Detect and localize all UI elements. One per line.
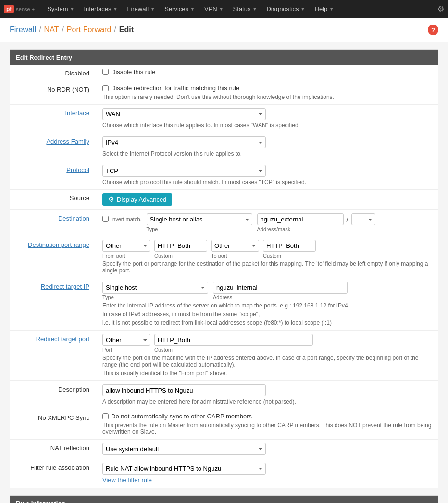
chevron-down-icon: ▼ (190, 7, 195, 12)
addr-mask-group: / 24 32 (257, 213, 375, 225)
label-filter-rule: Filter rule association (10, 459, 97, 488)
interface-link[interactable]: Interface (65, 110, 89, 117)
no-xmlrpc-checkbox[interactable] (102, 413, 109, 419)
rule-info-title: Rule Information (10, 496, 438, 503)
redirect-port-custom-input[interactable] (154, 334, 313, 346)
rule-info-panel: Rule Information Created 3/20/22 17:12:2… (10, 495, 438, 503)
redirect-target-ip-link[interactable]: Redirect target IP (41, 283, 89, 290)
nat-reflection-select[interactable]: Use system default Enable Disable (102, 443, 266, 455)
nav-help[interactable]: Help ▼ (310, 0, 339, 18)
field-nat-reflection: Use system default Enable Disable (97, 440, 438, 459)
interface-select[interactable]: WAN LAN (102, 108, 266, 120)
chevron-down-icon: ▼ (329, 7, 334, 12)
field-address-family: IPv4 IPv6 IPv4+IPv6 Select the Internet … (97, 133, 438, 161)
address-family-select[interactable]: IPv4 IPv6 IPv4+IPv6 (102, 136, 266, 148)
row-nat-reflection: NAT reflection Use system default Enable… (10, 440, 438, 459)
redirect-ip-help3: i.e. it is not possible to redirect from… (102, 319, 432, 326)
row-no-rdr: No RDR (NOT) Disable redirection for tra… (10, 81, 438, 105)
destination-type-select[interactable]: Single host or alias Network Any (147, 213, 252, 225)
nav-services[interactable]: Services ▼ (160, 0, 199, 18)
field-filter-rule: Rule NAT allow inbound HTTPS to Nguzu No… (97, 459, 438, 488)
dest-type-label: Type (147, 226, 252, 232)
no-xmlrpc-checkbox-label[interactable]: Do not automatically sync to other CARP … (102, 413, 432, 420)
field-redirect-target-ip: Single host Network Any Type Address Ent… (97, 278, 438, 331)
panel-title: Edit Redirect Entry (10, 50, 438, 65)
help-button[interactable]: ? (428, 25, 438, 35)
label-redirect-target-ip: Redirect target IP (10, 278, 97, 331)
redirect-port-type-select[interactable]: Other Any HTTP HTTPS (102, 334, 150, 346)
destination-link[interactable]: Destination (58, 215, 89, 222)
protocol-select[interactable]: TCP UDP TCP/UDP (102, 165, 266, 177)
nav-vpn[interactable]: VPN ▼ (199, 0, 228, 18)
interface-help: Choose which interface this rule applies… (102, 122, 432, 129)
from-port-custom-input[interactable] (154, 240, 207, 252)
field-disabled: Disable this rule (97, 65, 438, 81)
nav-system[interactable]: System ▼ (42, 0, 79, 18)
dest-port-range-link[interactable]: Destination port range (28, 241, 89, 248)
no-rdr-checkbox[interactable] (102, 85, 109, 91)
to-port-custom-input[interactable] (263, 240, 316, 252)
nav-diagnostics[interactable]: Diagnostics ▼ (261, 0, 310, 18)
label-destination: Destination (10, 210, 97, 236)
port-range-row: Other Any HTTP HTTPS From port Custom (102, 240, 432, 258)
field-no-rdr: Disable redirection for traffic matching… (97, 81, 438, 105)
description-input[interactable] (102, 384, 266, 396)
from-port-custom-label: Custom (154, 253, 207, 258)
row-disabled: Disabled Disable this rule (10, 65, 438, 81)
field-redirect-target-port: Other Any HTTP HTTPS Port Custom S (97, 331, 438, 381)
label-dest-port-range: Destination port range (10, 236, 97, 278)
brand-logo[interactable]: pf sense + (4, 5, 35, 13)
invert-match-checkbox[interactable] (102, 216, 109, 222)
from-port-type-select[interactable]: Other Any HTTP HTTPS (102, 240, 150, 252)
breadcrumb-firewall[interactable]: Firewall (10, 25, 36, 34)
breadcrumb: Firewall / NAT / Port Forward / Edit (10, 25, 134, 34)
redirect-ip-type-select[interactable]: Single host Network Any (102, 282, 208, 294)
protocol-link[interactable]: Protocol (66, 166, 89, 173)
breadcrumb-sep2: / (62, 25, 63, 34)
nav-interfaces[interactable]: Interfaces ▼ (79, 0, 122, 18)
label-no-xmlrpc: No XMLRPC Sync (10, 409, 97, 440)
breadcrumb-nat[interactable]: NAT (44, 25, 59, 34)
destination-mask-select[interactable]: 24 32 (351, 213, 375, 225)
nav-status[interactable]: Status ▼ (228, 0, 262, 18)
destination-address-input[interactable] (257, 213, 344, 225)
redirect-target-port-link[interactable]: Redirect target port (36, 335, 89, 343)
redirect-port-row: Other Any HTTP HTTPS Port Custom (102, 334, 432, 353)
address-family-help: Select the Internet Protocol version thi… (102, 150, 432, 157)
row-source: Source ⚙ Display Advanced (10, 190, 438, 210)
edit-redirect-panel: Edit Redirect Entry Disabled Disable thi… (10, 49, 438, 488)
disabled-checkbox[interactable] (102, 69, 109, 75)
to-port-type-select[interactable]: Other Any HTTP HTTPS (211, 240, 259, 252)
top-navigation: pf sense + System ▼ Interfaces ▼ Firewal… (0, 0, 448, 18)
gear-icon: ⚙ (108, 196, 114, 203)
field-protocol: TCP UDP TCP/UDP Choose which protocol th… (97, 161, 438, 190)
breadcrumb-portforward[interactable]: Port Forward (67, 25, 111, 34)
chevron-down-icon: ▼ (70, 7, 75, 12)
view-filter-link[interactable]: View the filter rule (102, 477, 152, 484)
field-dest-port-range: Other Any HTTP HTTPS From port Custom (97, 236, 438, 278)
invert-match-label[interactable]: Invert match. (102, 216, 142, 222)
from-port-type-label: From port (102, 253, 150, 258)
brand-plus: sense + (16, 6, 35, 12)
label-redirect-target-port: Redirect target port (10, 331, 97, 381)
display-advanced-button[interactable]: ⚙ Display Advanced (102, 193, 172, 206)
label-address-family: Address Family (10, 133, 97, 161)
redirect-ip-type-group: Single host Network Any Type (102, 282, 208, 300)
label-no-rdr: No RDR (NOT) (10, 81, 97, 105)
dest-port-help: Specify the port or port range for the d… (102, 260, 432, 274)
nav-right-icon[interactable]: ⚙ (437, 4, 444, 13)
filter-rule-select[interactable]: Rule NAT allow inbound HTTPS to Nguzu No… (102, 463, 266, 475)
nav-firewall[interactable]: Firewall ▼ (122, 0, 160, 18)
dest-invert-group: Invert match. (102, 213, 142, 222)
row-protocol: Protocol TCP UDP TCP/UDP Choose which pr… (10, 161, 438, 190)
to-port-type-group: Other Any HTTP HTTPS To port (211, 240, 259, 258)
disabled-checkbox-label[interactable]: Disable this rule (102, 68, 432, 75)
field-destination: Invert match. Single host or alias Netwo… (97, 210, 438, 236)
address-family-link[interactable]: Address Family (46, 138, 89, 145)
row-filter-rule: Filter rule association Rule NAT allow i… (10, 459, 438, 488)
redirect-ip-address-label: Address (213, 294, 348, 300)
redirect-ip-address-input[interactable] (213, 282, 348, 294)
to-port-custom-group: Custom (263, 240, 316, 258)
no-rdr-checkbox-label[interactable]: Disable redirection for traffic matching… (102, 85, 432, 92)
chevron-down-icon: ▼ (252, 7, 257, 12)
